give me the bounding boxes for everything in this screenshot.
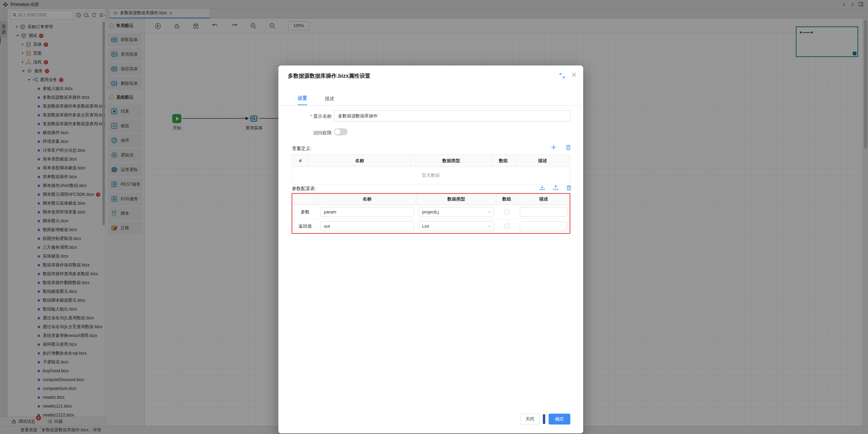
- export-params-icon[interactable]: [553, 185, 559, 191]
- dialog-footer: 关闭 确定: [520, 414, 570, 424]
- tab-settings[interactable]: 设置: [298, 92, 307, 105]
- delete-variable-icon[interactable]: [566, 145, 571, 150]
- row-type-label: 返回值: [292, 219, 318, 233]
- empty-placeholder: 暂无数据: [292, 167, 570, 184]
- col-desc: 描述: [517, 194, 570, 204]
- display-name-label: 显示名称: [278, 113, 332, 119]
- variable-definition-label: 变量定义:: [292, 146, 312, 152]
- col-datatype: 数据类型: [411, 155, 492, 167]
- close-icon[interactable]: [572, 72, 576, 77]
- return-desc-input[interactable]: [520, 221, 567, 231]
- col-array: 数组: [496, 194, 517, 204]
- col-desc: 描述: [515, 155, 570, 167]
- chevron-down-icon: [488, 224, 491, 227]
- close-button[interactable]: 关闭: [520, 414, 539, 424]
- col-datatype: 数据类型: [416, 194, 496, 204]
- param-array-checkbox[interactable]: [505, 209, 510, 214]
- return-row: 返回值 List: [292, 219, 570, 233]
- return-array-checkbox[interactable]: [505, 224, 510, 229]
- toggle-knob: [335, 129, 340, 135]
- import-params-icon[interactable]: [539, 185, 545, 191]
- return-datatype-value: List: [422, 224, 429, 229]
- param-config-label: 参数配置表:: [292, 186, 316, 192]
- display-name-input[interactable]: [334, 110, 571, 121]
- col-array: 数组: [492, 155, 515, 167]
- col-name: 名称: [309, 155, 411, 167]
- col-rowtype: [292, 194, 318, 204]
- tab-description[interactable]: 描述: [325, 92, 334, 105]
- access-permission-toggle[interactable]: [334, 128, 348, 135]
- primeton-ide-window: Primeton-IDE 资源 AI: [0, 0, 868, 434]
- param-config-table: 名称 数据类型 数组 描述 参数 projectLj 返回值 List: [292, 193, 570, 234]
- col-index: #: [292, 155, 309, 167]
- chevron-down-icon: [488, 210, 491, 213]
- return-datatype-select[interactable]: List: [419, 221, 494, 231]
- dialog-title: 多数据源数据库操作.bizx属性设置: [288, 73, 371, 80]
- delete-params-icon[interactable]: [566, 185, 572, 191]
- variable-table: # 名称 数据类型 数组 描述 暂无数据: [292, 154, 570, 184]
- param-datatype-value: projectLj: [422, 209, 439, 214]
- properties-dialog: 多数据源数据库操作.bizx属性设置 设置 描述 显示名称 访问权限 变量定义:…: [278, 65, 583, 433]
- param-desc-input[interactable]: [520, 207, 567, 217]
- col-name: 名称: [318, 194, 416, 204]
- add-variable-icon[interactable]: [551, 144, 557, 150]
- param-name-input[interactable]: [320, 207, 414, 217]
- fullscreen-icon[interactable]: [559, 73, 565, 78]
- ok-button[interactable]: 确定: [549, 414, 570, 424]
- access-permission-label: 访问权限: [278, 130, 332, 136]
- param-datatype-select[interactable]: projectLj: [419, 207, 494, 217]
- variable-table-header: # 名称 数据类型 数组 描述: [292, 155, 570, 167]
- row-type-label: 参数: [292, 205, 318, 219]
- return-name-input[interactable]: [320, 221, 414, 231]
- param-row: 参数 projectLj: [292, 205, 570, 219]
- focus-indicator-bar: [543, 414, 545, 424]
- param-table-header: 名称 数据类型 数组 描述: [292, 194, 570, 205]
- dialog-tabs: 设置 描述: [278, 92, 583, 106]
